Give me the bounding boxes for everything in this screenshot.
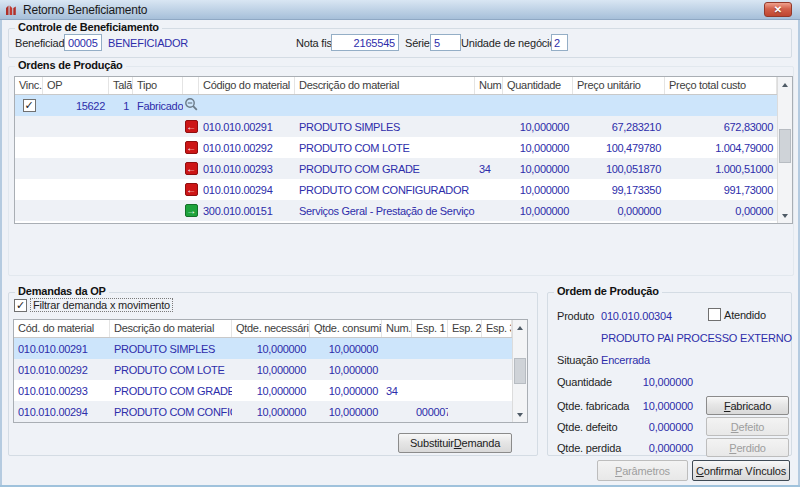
checkbox-icon[interactable]: ✓ [14, 299, 27, 312]
column-header[interactable]: Quantidade [503, 77, 573, 94]
unidade-negocio-input[interactable] [551, 34, 568, 51]
cell-talao: 1 [109, 100, 133, 112]
scroll-thumb[interactable] [779, 129, 791, 163]
forward-arrow-icon: → [185, 204, 198, 217]
scroll-up-button[interactable] [778, 77, 792, 92]
cell-nec: 10,000000 [232, 343, 310, 355]
column-header[interactable]: Preço unitário [573, 77, 665, 94]
cell-descricao: PRODUTO COM GRADE [295, 163, 475, 175]
table-row[interactable]: 010.010.00292PRODUTO COM LOTE10,00000010… [14, 359, 527, 380]
table-row[interactable]: ←010.010.00293PRODUTO COM GRADE3410,0000… [15, 158, 792, 179]
defeito-button[interactable]: Defeito [706, 417, 789, 436]
table-row[interactable]: ✓156221Fabricado [15, 95, 792, 116]
column-header[interactable]: Vinc. [15, 77, 43, 94]
table-row[interactable]: ←010.010.00291PRODUTO SIMPLES10,00000067… [15, 116, 792, 137]
magnifier-icon[interactable] [184, 97, 199, 112]
cell-icon [183, 97, 199, 114]
table-row[interactable]: 010.010.00293PRODUTO COM GRADE10,0000001… [14, 380, 527, 401]
qtde-defeito-value: 0,000000 [598, 421, 693, 433]
filtrar-demanda-checkbox[interactable]: ✓ Filtrar demanda x movimento [14, 298, 173, 312]
column-header[interactable]: Tipo [133, 77, 183, 94]
column-header[interactable]: Cód. do material [14, 320, 110, 337]
cell-nec: 10,000000 [232, 385, 310, 397]
fabricado-button[interactable]: Fabricado [706, 396, 789, 415]
ordens-group-title: Ordens de Produção [15, 59, 126, 71]
column-header[interactable]: Descrição do material [295, 77, 475, 94]
table-row[interactable]: ←010.010.00292PRODUTO COM LOTE10,0000001… [15, 137, 792, 158]
cell-descricao: Serviços Geral - Prestação de Serviço [295, 205, 475, 217]
cell-tipo: Fabricado [133, 100, 183, 112]
confirmar-vinculos-button[interactable]: Confirmar Vínculos [692, 460, 790, 481]
cell-codigo: 010.010.00293 [199, 163, 295, 175]
column-header[interactable]: Qtde. necessária [232, 320, 310, 337]
beneficiador-name: BENEFICIADOR [108, 37, 188, 49]
window-border-left [0, 20, 2, 487]
column-header[interactable]: Descrição do material [110, 320, 232, 337]
quantidade-value: 10,000000 [601, 376, 693, 388]
ordens-table-body: ✓156221Fabricado←010.010.00291PRODUTO SI… [15, 95, 792, 221]
cell-cod: 010.010.00293 [14, 385, 110, 397]
cell-descricao: PRODUTO SIMPLES [295, 121, 475, 133]
atendido-checkbox[interactable]: Atendido [708, 308, 766, 321]
serie-label: Série [405, 37, 430, 49]
cell-preco_unitario: 99,173350 [573, 184, 665, 196]
cell-codigo: 010.010.00294 [199, 184, 295, 196]
scroll-down-button[interactable] [778, 208, 792, 223]
atendido-label: Atendido [724, 309, 766, 321]
column-header[interactable]: Qtde. consumida [310, 320, 382, 337]
cell-num: 34 [382, 385, 412, 397]
column-header[interactable]: Talão [109, 77, 133, 94]
situacao-label: Situação [557, 354, 598, 366]
cell-preco_total: 1.004,79000 [665, 142, 777, 154]
perdido-button[interactable]: Perdido [706, 438, 789, 457]
unidade-negocio-label: Unidade de negócio [461, 37, 555, 49]
ordem-producao-groupbox: Ordem de Produção Produto 010.010.00304 … [547, 292, 792, 456]
column-header[interactable]: Esp. 3 [482, 320, 512, 337]
cell-descricao: PRODUTO COM LOTE [295, 142, 475, 154]
produto-code: 010.010.00304 [601, 310, 672, 322]
scroll-down-button[interactable] [513, 407, 527, 422]
table-row[interactable]: 010.010.00291PRODUTO SIMPLES10,00000010,… [14, 338, 527, 359]
checkbox-icon[interactable] [708, 308, 721, 321]
qtde-perdida-value: 0,000000 [598, 442, 693, 454]
column-header[interactable]: Num [475, 77, 503, 94]
column-header[interactable]: Código do material [199, 77, 295, 94]
cell-quantidade: 10,000000 [503, 142, 573, 154]
column-header[interactable] [183, 77, 199, 94]
table-row[interactable]: 010.010.00294PRODUTO COM CONFIGURADOR10,… [14, 401, 527, 422]
vertical-scrollbar[interactable] [512, 320, 527, 422]
scroll-up-button[interactable] [513, 320, 527, 335]
beneficiador-input[interactable] [64, 34, 102, 51]
cell-quantidade: 10,000000 [503, 184, 573, 196]
close-icon[interactable]: ✕ [764, 2, 792, 17]
cell-icon: ← [183, 162, 199, 176]
ordens-table-header: Vinc.OPTalãoTipoCódigo do materialDescri… [15, 77, 792, 95]
column-header[interactable]: Esp. 1 [412, 320, 448, 337]
return-arrow-icon: ← [185, 183, 198, 196]
vinc-checkbox[interactable]: ✓ [23, 99, 36, 112]
demandas-table-body: 010.010.00291PRODUTO SIMPLES10,00000010,… [14, 338, 527, 422]
scroll-thumb[interactable] [514, 358, 526, 384]
column-header[interactable]: Num. [382, 320, 412, 337]
cell-descricao: PRODUTO COM CONFIGURADOR [295, 184, 475, 196]
cell-desc: PRODUTO SIMPLES [110, 343, 232, 355]
nota-fiscal-input[interactable] [331, 34, 399, 51]
cell-quantidade: 10,000000 [503, 205, 573, 217]
return-arrow-icon: ← [185, 141, 198, 154]
table-row[interactable]: →300.010.00151Serviços Geral - Prestação… [15, 200, 792, 221]
vertical-scrollbar[interactable] [777, 77, 792, 223]
column-header[interactable]: Preço total custo [665, 77, 777, 94]
produto-description: PRODUTO PAI PROCESSO EXTERNO [601, 332, 792, 344]
serie-input[interactable] [430, 34, 461, 51]
cell-cod: 010.010.00294 [14, 406, 110, 418]
title-bar[interactable]: Retorno Beneficiamento ✕ [0, 0, 800, 20]
table-row[interactable]: ←010.010.00294PRODUTO COM CONFIGURADOR10… [15, 179, 792, 200]
demandas-table: Cód. do materialDescrição do materialQtd… [13, 319, 528, 423]
parametros-button[interactable]: Parâmetros [597, 460, 688, 481]
substituir-demanda-button[interactable]: Substituir Demanda [398, 433, 512, 453]
demandas-groupbox: Demandas da OP ✓ Filtrar demanda x movim… [8, 292, 538, 456]
cell-preco_total: 0,00000 [665, 205, 777, 217]
column-header[interactable]: OP [43, 77, 109, 94]
column-header[interactable]: Esp. 2 [448, 320, 482, 337]
demandas-group-title: Demandas da OP [15, 285, 109, 297]
